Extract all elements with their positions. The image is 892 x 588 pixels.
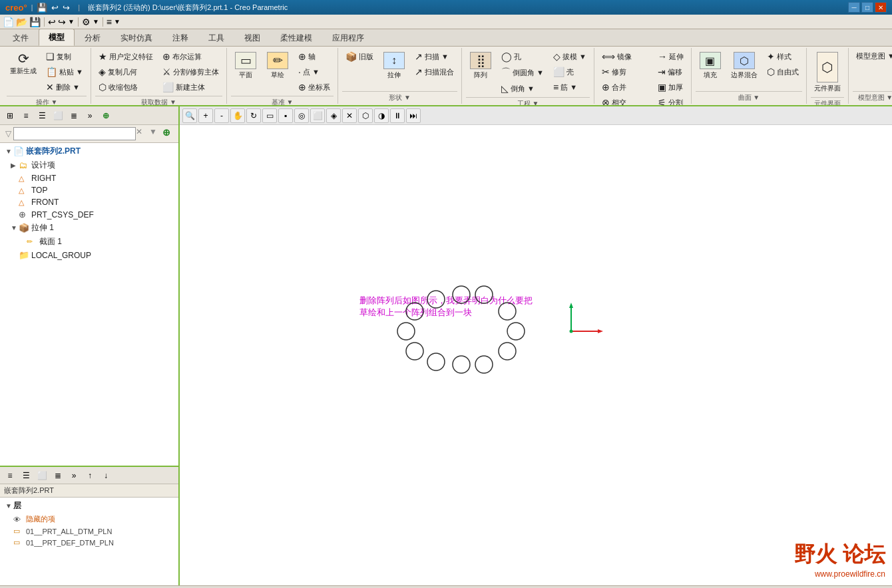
thicken-button[interactable]: ▣ 加厚 — [654, 80, 687, 94]
save-icon[interactable]: 💾 — [29, 17, 41, 27]
qa-dropdown-icon[interactable]: ▼ — [68, 18, 75, 25]
search-clear-btn[interactable]: ✕ — [136, 127, 149, 140]
axis-button[interactable]: ⊕ 轴 — [295, 49, 334, 64]
root-expand-icon[interactable]: ▼ — [5, 148, 13, 155]
vp-rotate-btn[interactable]: ↻ — [246, 108, 261, 123]
settings-icon[interactable]: ⚙ — [82, 17, 91, 27]
rib-button[interactable]: ≡ 筋 ▼ — [550, 80, 590, 94]
boundary-blend-button[interactable]: ⬡ 边界混合 — [728, 49, 761, 82]
tree-item-top[interactable]: △ TOP — [0, 184, 178, 196]
tree-item-localgroup[interactable]: 📁 LOCAL_GROUP — [0, 249, 178, 261]
vp-hidden-btn[interactable]: ⬜ — [310, 108, 325, 123]
split2-button[interactable]: ⚟ 分割 — [654, 95, 687, 106]
layer-item-1[interactable]: ▭ 01__PRT_ALL_DTM_PLN — [0, 525, 178, 537]
vp-zoom-fit-btn[interactable]: 🔍 — [182, 108, 197, 123]
tab-tools[interactable]: 工具 — [198, 29, 234, 46]
point-button[interactable]: · 点 ▼ — [295, 65, 334, 79]
freestyle-button[interactable]: ⬡ 自由式 — [764, 65, 802, 79]
bottom-expand-icon[interactable]: » — [67, 468, 81, 483]
intersect-button[interactable]: ⊗ 相交 — [598, 95, 652, 106]
offset-button[interactable]: ⇥ 偏移 — [654, 65, 687, 79]
tree-item-extrude1[interactable]: ▼ 📦 拉伸 1 — [0, 221, 178, 235]
vp-select-btn[interactable]: ▭ — [262, 108, 277, 123]
undo-qa-icon[interactable]: ↩ — [48, 17, 56, 27]
tab-annotation[interactable]: 注释 — [162, 29, 198, 46]
search-add-btn[interactable]: ⊕ — [162, 127, 176, 140]
tree-item-root[interactable]: ▼ 📄 嵌套阵列2.PRT — [0, 144, 178, 158]
tree-item-front[interactable]: △ FRONT — [0, 196, 178, 208]
tree-search-input[interactable] — [13, 127, 136, 140]
maximize-button[interactable]: □ — [861, 2, 873, 13]
tree-item-design[interactable]: ▶ 🗂 设计项 — [0, 158, 178, 172]
tab-flexible[interactable]: 柔性建模 — [270, 29, 322, 46]
search-dropdown-btn[interactable]: ▼ — [149, 127, 162, 140]
chamfer-button[interactable]: ◺ 倒角 ▼ — [498, 81, 547, 96]
vp-half-btn[interactable]: ◑ — [374, 108, 389, 123]
tree-expand-btn[interactable]: » — [83, 108, 97, 123]
bottom-grid-icon[interactable]: ☰ — [19, 468, 33, 483]
copy-geo-button[interactable]: ◈ 复制几何 — [95, 65, 156, 79]
copy-button[interactable]: ❑ 复制 — [43, 49, 87, 64]
tab-analysis[interactable]: 分析 — [75, 29, 111, 46]
tree-item-section1[interactable]: ✏ 截面 1 — [0, 235, 178, 249]
layer-header[interactable]: ▼ 层 — [0, 499, 178, 513]
model-intent-btn[interactable]: 模型意图 ▼ — [853, 49, 892, 63]
tab-view[interactable]: 视图 — [234, 29, 270, 46]
sweep-button[interactable]: ↗ 扫描 ▼ — [411, 49, 457, 64]
bottom-filter-icon[interactable]: ⬜ — [35, 468, 49, 483]
menu-dropdown-icon[interactable]: ▼ — [114, 18, 120, 25]
fill-button[interactable]: ▣ 填充 — [696, 49, 725, 82]
sweep-blend-button[interactable]: ↗ 扫描混合 — [411, 65, 457, 79]
trim-button[interactable]: ✂ 修剪 — [598, 65, 652, 79]
extend-button[interactable]: → 延伸 — [654, 49, 687, 64]
shrinkwrap-button[interactable]: ⬡ 收缩包络 — [95, 80, 156, 94]
vp-mesh-btn[interactable]: ⬡ — [358, 108, 373, 123]
tree-view-btn[interactable]: ≡ — [19, 108, 33, 123]
extrude-button[interactable]: ↕ 拉伸 — [379, 49, 409, 82]
bottom-more-icon[interactable]: ≣ — [51, 468, 65, 483]
design-expand-icon[interactable]: ▶ — [11, 162, 19, 169]
paste-button[interactable]: 📋 粘贴 ▼ — [43, 65, 87, 79]
redo-icon[interactable]: ↪ — [63, 3, 70, 13]
bottom-up-icon[interactable]: ↑ — [83, 468, 97, 483]
split-trim-button[interactable]: ⚔ 分割/修剪主体 — [159, 65, 222, 79]
qa-more-icon[interactable]: ▼ — [93, 18, 99, 25]
mirror-button[interactable]: ⟺ 镜像 — [598, 49, 652, 64]
merge-button[interactable]: ⊕ 合并 — [598, 80, 652, 94]
user-feature-button[interactable]: ★ 用户定义特征 — [95, 49, 156, 64]
old-version-button[interactable]: 📦 旧版 — [342, 49, 377, 64]
layer-hidden-items[interactable]: 👁 隐藏的项 — [0, 513, 178, 525]
plane-button[interactable]: ▭ 平面 — [231, 49, 260, 82]
tree-item-right[interactable]: △ RIGHT — [0, 172, 178, 184]
vp-wire-btn[interactable]: ▪ — [278, 108, 293, 123]
regenerate-button[interactable]: ⟳ 重新生成 — [7, 49, 40, 78]
layer-item-2[interactable]: ▭ 01__PRT_DEF_DTM_PLN — [0, 537, 178, 548]
array-button[interactable]: ⣿ 阵列 — [466, 49, 495, 82]
tree-add-btn[interactable]: ⊕ — [99, 108, 113, 123]
sketch-button[interactable]: ✏ 草绘 — [263, 49, 292, 82]
tree-item-csys[interactable]: ⊕ PRT_CSYS_DEF — [0, 208, 178, 221]
toggle-tree-btn[interactable]: ⊞ — [3, 108, 17, 123]
open-file-icon[interactable]: 📂 — [16, 17, 27, 27]
minimize-button[interactable]: ─ — [848, 2, 860, 13]
tree-columns-btn[interactable]: ☰ — [35, 108, 49, 123]
round-button[interactable]: ⌒ 倒圆角 ▼ — [498, 65, 547, 80]
hole-button[interactable]: ◯ 孔 — [498, 49, 547, 64]
vp-close-btn[interactable]: ✕ — [342, 108, 357, 123]
component-interface-button[interactable]: ⬡ 元件界面 — [811, 49, 844, 96]
close-button[interactable]: ✕ — [875, 2, 887, 13]
vp-explode-btn[interactable]: ◈ — [326, 108, 341, 123]
boolean-button[interactable]: ⊕ 布尔运算 — [159, 49, 222, 64]
vp-pause-btn[interactable]: ⏸ — [390, 108, 405, 123]
tree-filter-btn[interactable]: ⬜ — [51, 108, 65, 123]
shell-button[interactable]: ⬜ 壳 — [550, 65, 590, 79]
draft-button[interactable]: ◇ 拔模 ▼ — [550, 49, 590, 64]
vp-pan-btn[interactable]: ✋ — [230, 108, 245, 123]
vp-zoom-in-btn[interactable]: + — [198, 108, 213, 123]
redo-qa-icon[interactable]: ↪ — [58, 17, 66, 27]
tab-applications[interactable]: 应用程序 — [322, 29, 374, 46]
vp-zoom-out-btn[interactable]: - — [214, 108, 229, 123]
delete-button[interactable]: ✕ 删除 ▼ — [43, 80, 87, 94]
quick-save-icon[interactable]: 💾 — [37, 3, 47, 13]
csys-button[interactable]: ⊕ 坐标系 — [295, 80, 334, 94]
